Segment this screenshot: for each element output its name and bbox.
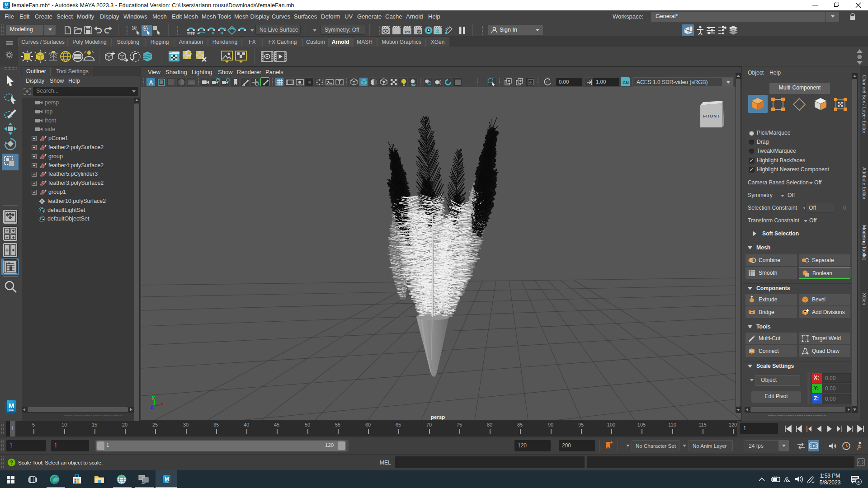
svg-text:x: x xyxy=(161,401,164,406)
svg-text:T: T xyxy=(338,80,341,85)
svg-text:persp: persp xyxy=(431,414,445,420)
svg-text:A: A xyxy=(149,80,153,86)
svg-text:AYA: AYA xyxy=(165,481,169,483)
svg-text:FRONT: FRONT xyxy=(703,113,720,118)
svg-text:GN: GN xyxy=(623,80,629,85)
svg-text:4: 4 xyxy=(857,479,859,484)
svg-text:M: M xyxy=(9,402,14,409)
svg-text:z: z xyxy=(151,404,153,410)
svg-text:?: ? xyxy=(10,460,13,466)
svg-text:IPR: IPR xyxy=(405,30,410,33)
svg-text:AYA: AYA xyxy=(5,7,9,9)
svg-text:y: y xyxy=(152,394,155,400)
svg-text:AYA: AYA xyxy=(9,409,14,412)
